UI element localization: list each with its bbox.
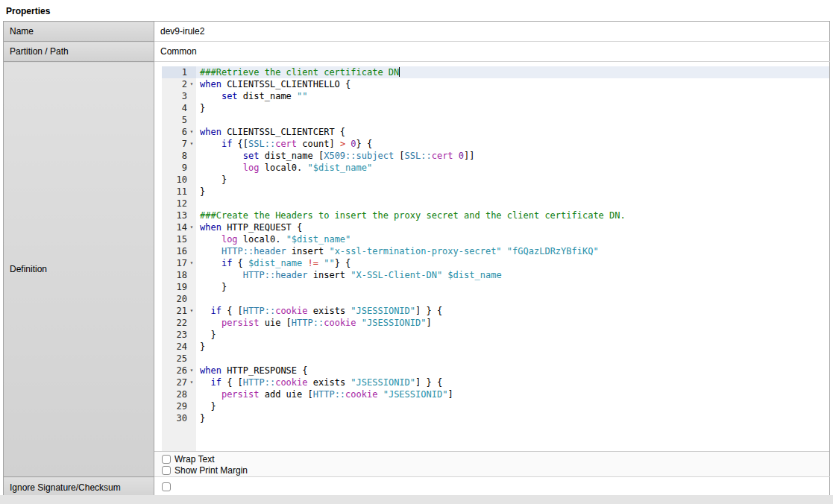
code-line[interactable]: HTTP::header insert "x-ssl-termination-p… [196, 245, 829, 257]
line-number[interactable]: 20 [162, 293, 196, 305]
code-token: if [210, 377, 221, 388]
code-line[interactable]: log local0. "$dist_name" [196, 162, 829, 174]
fold-arrow-icon[interactable]: ▾ [187, 377, 196, 388]
line-number[interactable]: 19 [162, 281, 196, 293]
code-line[interactable]: } [196, 400, 829, 412]
wrap-text-option[interactable]: Wrap Text [162, 453, 829, 464]
code-line[interactable]: } [196, 174, 829, 186]
code-token [377, 389, 383, 400]
code-line[interactable]: } [196, 186, 829, 198]
code-line[interactable]: } [196, 102, 829, 114]
line-number[interactable]: 13 [162, 210, 196, 221]
code-line[interactable] [196, 198, 829, 210]
code-line[interactable]: when CLIENTSSL_CLIENTCERT { [196, 126, 829, 138]
code-line[interactable]: when CLIENTSSL_CLIENTHELLO { [196, 78, 829, 90]
code-line[interactable]: when HTTP_REQUEST { [196, 221, 829, 233]
code-token: set [221, 91, 238, 101]
code-line[interactable]: if {[SSL::cert count] > 0} { [196, 138, 829, 150]
code-token: != [308, 258, 318, 268]
code-line[interactable]: persist uie [HTTP::cookie "JSESSIONID"] [196, 317, 829, 329]
code-editor[interactable]: 12▾3456▾7▾891011121314▾151617▾18192021▾2… [162, 66, 829, 451]
ignore-signature-checkbox[interactable] [162, 482, 171, 491]
code-line[interactable]: if { $dist_name != ""} { [196, 257, 829, 269]
line-number[interactable]: 24 [162, 341, 196, 353]
code-line[interactable]: ###Retrieve the client certificate DN [196, 66, 829, 78]
line-number[interactable]: 9 [162, 162, 196, 174]
line-number[interactable]: 23 [162, 329, 196, 341]
code-token: "" [324, 258, 334, 268]
code-token: dist_name [ [259, 151, 324, 161]
line-number[interactable]: 10 [162, 174, 196, 186]
line-number[interactable]: 2▾ [162, 78, 196, 90]
fold-arrow-icon[interactable]: ▾ [187, 78, 196, 90]
code-line[interactable] [196, 353, 829, 365]
code-token: } [200, 413, 205, 423]
code-line[interactable]: set dist_name [X509::subject [SSL::cert … [196, 150, 829, 162]
line-number[interactable]: 26▾ [162, 365, 196, 377]
fold-arrow-icon[interactable]: ▾ [187, 365, 196, 377]
code-token: HTTP:: [243, 306, 275, 316]
code-token: if [210, 306, 221, 316]
line-number[interactable]: 30 [162, 412, 196, 424]
code-token: cookie [275, 306, 307, 316]
fold-arrow-icon[interactable]: ▾ [187, 257, 196, 269]
code-line[interactable]: HTTP::header insert "X-SSL-Client-DN" $d… [196, 269, 829, 281]
definition-row: Definition 12▾3456▾7▾891011121314▾151617… [4, 62, 830, 477]
code-line[interactable]: persist add uie [HTTP::cookie "JSESSIONI… [196, 388, 829, 400]
code-line[interactable]: } [196, 412, 829, 424]
line-number[interactable]: 1 [162, 66, 196, 78]
line-number[interactable]: 18 [162, 269, 196, 281]
line-number[interactable]: 12 [162, 198, 196, 210]
code-line[interactable] [196, 293, 829, 305]
line-number[interactable]: 7▾ [162, 138, 196, 150]
code-token [200, 246, 221, 256]
line-number[interactable]: 29 [162, 400, 196, 412]
line-number[interactable]: 17▾ [162, 257, 196, 269]
fold-arrow-icon[interactable]: ▾ [187, 221, 196, 233]
fold-arrow-icon[interactable]: ▾ [187, 126, 196, 138]
code-token: HTTP:: [292, 318, 324, 328]
code-token: } { [335, 258, 351, 268]
editor-code[interactable]: ###Retrieve the client certificate DNwhe… [196, 66, 829, 451]
code-token: "JSESSIONID" [362, 318, 427, 328]
code-token: "fGQazLDRzYBfiKQ" [507, 246, 599, 256]
code-line[interactable]: log local0. "$dist_name" [196, 233, 829, 245]
code-line[interactable]: } [196, 341, 829, 353]
line-number[interactable]: 28 [162, 388, 196, 400]
code-line[interactable]: } [196, 329, 829, 341]
code-line[interactable]: set dist_name "" [196, 90, 829, 102]
line-number[interactable]: 27▾ [162, 377, 196, 388]
code-token: cookie [324, 318, 356, 328]
code-line[interactable]: if { [HTTP::cookie exists "JSESSIONID"] … [196, 377, 829, 388]
code-token: local0. [259, 163, 307, 173]
code-token: when [200, 222, 221, 233]
line-number[interactable]: 21▾ [162, 305, 196, 317]
line-number[interactable]: 15 [162, 233, 196, 245]
line-number[interactable]: 4 [162, 102, 196, 114]
line-number[interactable]: 6▾ [162, 126, 196, 138]
code-line[interactable]: } [196, 281, 829, 293]
code-token: add uie [ [259, 389, 312, 400]
fold-arrow-icon[interactable]: ▾ [187, 138, 196, 150]
line-number[interactable]: 14▾ [162, 221, 196, 233]
fold-arrow-icon[interactable]: ▾ [187, 305, 196, 317]
show-print-margin-option[interactable]: Show Print Margin [162, 464, 829, 476]
code-token [200, 318, 221, 328]
code-token: 0 [459, 151, 464, 161]
line-number[interactable]: 8 [162, 150, 196, 162]
code-line[interactable]: ###Create the Headers to insert the prox… [196, 210, 829, 221]
line-number[interactable]: 3 [162, 90, 196, 102]
code-token [356, 318, 362, 328]
wrap-text-checkbox[interactable] [162, 455, 171, 464]
line-number[interactable]: 16 [162, 245, 196, 257]
show-print-margin-checkbox[interactable] [162, 466, 171, 475]
line-number[interactable]: 5 [162, 114, 196, 126]
code-token: } { [356, 139, 373, 149]
line-number[interactable]: 25 [162, 353, 196, 365]
code-line[interactable] [196, 114, 829, 126]
line-number[interactable]: 11 [162, 186, 196, 198]
code-line[interactable]: when HTTP_RESPONSE { [196, 365, 829, 377]
code-line[interactable]: if { [HTTP::cookie exists "JSESSIONID"] … [196, 305, 829, 317]
line-number[interactable]: 22 [162, 317, 196, 329]
code-token [200, 377, 210, 388]
